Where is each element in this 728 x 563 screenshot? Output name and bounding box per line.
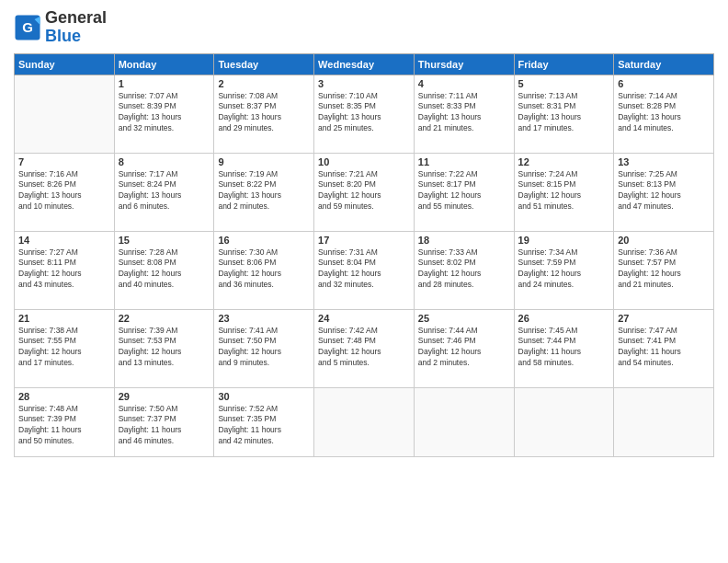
day-number: 29 xyxy=(119,391,210,402)
day-info: Sunrise: 7:34 AM Sunset: 7:59 PM Dayligh… xyxy=(518,247,610,292)
calendar-cell: 30Sunrise: 7:52 AM Sunset: 7:35 PM Dayli… xyxy=(214,387,314,456)
calendar-cell: 22Sunrise: 7:39 AM Sunset: 7:53 PM Dayli… xyxy=(114,309,214,387)
column-header-saturday: Saturday xyxy=(614,53,714,75)
calendar-cell xyxy=(514,387,614,456)
column-header-tuesday: Tuesday xyxy=(214,53,314,75)
day-info: Sunrise: 7:45 AM Sunset: 7:44 PM Dayligh… xyxy=(518,326,610,370)
day-info: Sunrise: 7:31 AM Sunset: 8:04 PM Dayligh… xyxy=(318,247,410,292)
day-info: Sunrise: 7:22 AM Sunset: 8:17 PM Dayligh… xyxy=(418,169,510,213)
day-info: Sunrise: 7:19 AM Sunset: 8:22 PM Dayligh… xyxy=(218,169,310,213)
calendar-cell: 28Sunrise: 7:48 AM Sunset: 7:39 PM Dayli… xyxy=(15,387,115,456)
day-number: 8 xyxy=(119,156,210,167)
calendar-cell: 10Sunrise: 7:21 AM Sunset: 8:20 PM Dayli… xyxy=(314,153,415,231)
calendar-cell: 26Sunrise: 7:45 AM Sunset: 7:44 PM Dayli… xyxy=(514,309,614,387)
day-number: 17 xyxy=(318,235,410,246)
day-info: Sunrise: 7:10 AM Sunset: 8:35 PM Dayligh… xyxy=(318,91,410,135)
week-row-2: 7Sunrise: 7:16 AM Sunset: 8:26 PM Daylig… xyxy=(15,153,714,231)
calendar-cell xyxy=(15,75,115,153)
day-info: Sunrise: 7:08 AM Sunset: 8:37 PM Dayligh… xyxy=(218,91,310,135)
day-number: 13 xyxy=(618,156,710,167)
day-info: Sunrise: 7:28 AM Sunset: 8:08 PM Dayligh… xyxy=(119,247,210,292)
day-number: 12 xyxy=(518,156,610,167)
calendar-cell: 19Sunrise: 7:34 AM Sunset: 7:59 PM Dayli… xyxy=(514,231,614,309)
day-number: 20 xyxy=(618,235,710,246)
calendar-cell: 21Sunrise: 7:38 AM Sunset: 7:55 PM Dayli… xyxy=(15,309,115,387)
column-header-monday: Monday xyxy=(114,53,214,75)
calendar-cell: 25Sunrise: 7:44 AM Sunset: 7:46 PM Dayli… xyxy=(414,309,514,387)
calendar-cell: 23Sunrise: 7:41 AM Sunset: 7:50 PM Dayli… xyxy=(214,309,314,387)
calendar-cell: 11Sunrise: 7:22 AM Sunset: 8:17 PM Dayli… xyxy=(414,153,514,231)
header: G General Blue xyxy=(14,9,714,46)
day-info: Sunrise: 7:13 AM Sunset: 8:31 PM Dayligh… xyxy=(518,91,610,135)
logo: G General Blue xyxy=(14,9,107,46)
day-number: 26 xyxy=(518,313,610,324)
day-info: Sunrise: 7:48 AM Sunset: 7:39 PM Dayligh… xyxy=(18,404,110,448)
day-number: 2 xyxy=(218,78,310,89)
calendar-cell: 7Sunrise: 7:16 AM Sunset: 8:26 PM Daylig… xyxy=(15,153,115,231)
day-number: 11 xyxy=(418,156,510,167)
column-header-friday: Friday xyxy=(514,53,614,75)
day-number: 1 xyxy=(119,78,210,89)
week-row-1: 1Sunrise: 7:07 AM Sunset: 8:39 PM Daylig… xyxy=(15,75,714,153)
calendar-cell xyxy=(614,387,714,456)
calendar-table: SundayMondayTuesdayWednesdayThursdayFrid… xyxy=(14,53,714,457)
day-info: Sunrise: 7:36 AM Sunset: 7:57 PM Dayligh… xyxy=(618,247,710,292)
calendar-cell: 15Sunrise: 7:28 AM Sunset: 8:08 PM Dayli… xyxy=(114,231,214,309)
week-row-5: 28Sunrise: 7:48 AM Sunset: 7:39 PM Dayli… xyxy=(15,387,714,456)
logo-text: General Blue xyxy=(45,9,107,46)
calendar-cell: 20Sunrise: 7:36 AM Sunset: 7:57 PM Dayli… xyxy=(614,231,714,309)
column-header-thursday: Thursday xyxy=(414,53,514,75)
day-info: Sunrise: 7:38 AM Sunset: 7:55 PM Dayligh… xyxy=(18,326,110,370)
day-number: 22 xyxy=(119,313,210,324)
calendar-cell: 6Sunrise: 7:14 AM Sunset: 8:28 PM Daylig… xyxy=(614,75,714,153)
calendar-cell xyxy=(314,387,415,456)
calendar-cell: 18Sunrise: 7:33 AM Sunset: 8:02 PM Dayli… xyxy=(414,231,514,309)
day-number: 7 xyxy=(18,156,110,167)
calendar-cell: 13Sunrise: 7:25 AM Sunset: 8:13 PM Dayli… xyxy=(614,153,714,231)
day-info: Sunrise: 7:11 AM Sunset: 8:33 PM Dayligh… xyxy=(418,91,510,135)
day-number: 14 xyxy=(18,235,110,246)
calendar-cell: 27Sunrise: 7:47 AM Sunset: 7:41 PM Dayli… xyxy=(614,309,714,387)
calendar-cell: 17Sunrise: 7:31 AM Sunset: 8:04 PM Dayli… xyxy=(314,231,415,309)
day-number: 5 xyxy=(518,78,610,89)
calendar-cell: 5Sunrise: 7:13 AM Sunset: 8:31 PM Daylig… xyxy=(514,75,614,153)
day-number: 9 xyxy=(218,156,310,167)
column-header-sunday: Sunday xyxy=(15,53,115,75)
day-info: Sunrise: 7:42 AM Sunset: 7:48 PM Dayligh… xyxy=(318,326,410,370)
day-number: 3 xyxy=(318,78,410,89)
day-info: Sunrise: 7:44 AM Sunset: 7:46 PM Dayligh… xyxy=(418,326,510,370)
day-number: 23 xyxy=(218,313,310,324)
calendar-cell: 29Sunrise: 7:50 AM Sunset: 7:37 PM Dayli… xyxy=(114,387,214,456)
calendar-cell: 1Sunrise: 7:07 AM Sunset: 8:39 PM Daylig… xyxy=(114,75,214,153)
day-info: Sunrise: 7:41 AM Sunset: 7:50 PM Dayligh… xyxy=(218,326,310,370)
calendar-cell: 9Sunrise: 7:19 AM Sunset: 8:22 PM Daylig… xyxy=(214,153,314,231)
day-info: Sunrise: 7:17 AM Sunset: 8:24 PM Dayligh… xyxy=(119,169,210,213)
day-info: Sunrise: 7:07 AM Sunset: 8:39 PM Dayligh… xyxy=(119,91,210,135)
day-info: Sunrise: 7:50 AM Sunset: 7:37 PM Dayligh… xyxy=(119,404,210,448)
calendar-cell: 14Sunrise: 7:27 AM Sunset: 8:11 PM Dayli… xyxy=(15,231,115,309)
week-row-4: 21Sunrise: 7:38 AM Sunset: 7:55 PM Dayli… xyxy=(15,309,714,387)
calendar-header-row: SundayMondayTuesdayWednesdayThursdayFrid… xyxy=(15,53,714,75)
day-number: 27 xyxy=(618,313,710,324)
day-number: 16 xyxy=(218,235,310,246)
calendar-cell: 3Sunrise: 7:10 AM Sunset: 8:35 PM Daylig… xyxy=(314,75,415,153)
calendar-body: 1Sunrise: 7:07 AM Sunset: 8:39 PM Daylig… xyxy=(15,75,714,456)
day-number: 24 xyxy=(318,313,410,324)
day-info: Sunrise: 7:21 AM Sunset: 8:20 PM Dayligh… xyxy=(318,169,410,213)
day-info: Sunrise: 7:33 AM Sunset: 8:02 PM Dayligh… xyxy=(418,247,510,292)
day-info: Sunrise: 7:14 AM Sunset: 8:28 PM Dayligh… xyxy=(618,91,710,135)
calendar-cell: 4Sunrise: 7:11 AM Sunset: 8:33 PM Daylig… xyxy=(414,75,514,153)
calendar-cell xyxy=(414,387,514,456)
logo-icon: G xyxy=(14,14,41,41)
day-info: Sunrise: 7:25 AM Sunset: 8:13 PM Dayligh… xyxy=(618,169,710,213)
svg-text:G: G xyxy=(22,18,33,34)
day-info: Sunrise: 7:39 AM Sunset: 7:53 PM Dayligh… xyxy=(119,326,210,370)
day-number: 28 xyxy=(18,391,110,402)
day-number: 30 xyxy=(218,391,310,402)
day-number: 21 xyxy=(18,313,110,324)
day-info: Sunrise: 7:30 AM Sunset: 8:06 PM Dayligh… xyxy=(218,247,310,292)
calendar-cell: 16Sunrise: 7:30 AM Sunset: 8:06 PM Dayli… xyxy=(214,231,314,309)
day-number: 19 xyxy=(518,235,610,246)
day-info: Sunrise: 7:16 AM Sunset: 8:26 PM Dayligh… xyxy=(18,169,110,213)
day-number: 4 xyxy=(418,78,510,89)
